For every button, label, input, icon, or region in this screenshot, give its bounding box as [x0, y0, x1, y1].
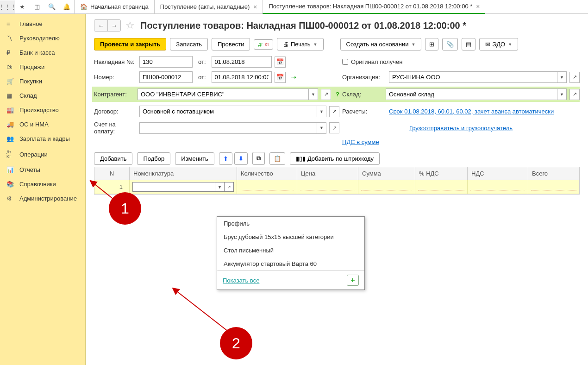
- nomer-input[interactable]: [139, 71, 193, 83]
- bell-icon[interactable]: 🔔: [59, 0, 74, 13]
- sidebar-item-assets[interactable]: 🚚ОС и НМА: [0, 117, 85, 132]
- cell-ndsp[interactable]: [415, 180, 468, 194]
- dogovor-combo[interactable]: ▼: [139, 106, 326, 117]
- tab-home[interactable]: 🏠 Начальная страница: [74, 0, 154, 14]
- kontr-open-button[interactable]: ↗: [321, 89, 331, 100]
- copy-button[interactable]: ⧉: [252, 152, 265, 165]
- sidebar-item-warehouse[interactable]: ▦Склад: [0, 88, 85, 103]
- close-icon[interactable]: ×: [476, 3, 480, 10]
- sidebar-item-production[interactable]: 🏭Производство: [0, 103, 85, 117]
- calendar-button[interactable]: 📅: [275, 57, 286, 68]
- cell-total[interactable]: [528, 180, 579, 194]
- sklad-input[interactable]: [386, 89, 557, 100]
- tab-doc[interactable]: Поступление товаров: Накладная ПШ00-0000…: [263, 0, 485, 14]
- print-button[interactable]: 🖨Печать▼: [277, 38, 324, 50]
- barcode-button[interactable]: ▮▯▮ Добавить по штрихкоду: [290, 152, 380, 165]
- schet-input[interactable]: [140, 123, 317, 133]
- org-input[interactable]: [389, 72, 557, 82]
- favorite-icon[interactable]: ☆: [125, 19, 135, 31]
- original-checkbox[interactable]: [342, 59, 348, 65]
- help-icon[interactable]: ?: [336, 91, 339, 98]
- schet-dropdown-button[interactable]: ▼: [317, 123, 326, 133]
- nakl-no-input[interactable]: [139, 56, 193, 68]
- col-sum-header[interactable]: Сумма: [358, 167, 415, 180]
- dogovor-open-button[interactable]: ↗: [329, 106, 339, 117]
- col-nds-header[interactable]: НДС: [468, 167, 528, 180]
- tab-acts[interactable]: Поступление (акты, накладные) ×: [154, 0, 263, 14]
- show-all-link[interactable]: Показать все: [223, 277, 259, 284]
- close-icon[interactable]: ×: [253, 3, 257, 11]
- gruz-link[interactable]: Грузоотправитель и грузополучатель: [409, 125, 513, 132]
- col-total-header[interactable]: Всего: [528, 167, 579, 180]
- nomer-date-input[interactable]: [212, 71, 272, 83]
- sidebar-item-rukovod[interactable]: 〽Руководителю: [0, 31, 85, 45]
- org-dropdown-button[interactable]: ▼: [557, 72, 566, 82]
- sidebar-item-refs[interactable]: 📚Справочники: [0, 177, 85, 191]
- create-based-button[interactable]: Создать на основании▼: [340, 38, 422, 50]
- sidebar-item-salary[interactable]: 👥Зарплата и кадры: [0, 132, 85, 146]
- calendar2-button[interactable]: 📅: [275, 72, 286, 83]
- sidebar-item-admin[interactable]: ⚙Администрирование: [0, 191, 85, 206]
- star-top-icon[interactable]: ★: [15, 0, 30, 13]
- sidebar-item-main[interactable]: ≡Главное: [0, 17, 85, 31]
- nom-combo[interactable]: ▼ ↗: [132, 182, 234, 192]
- paste-button[interactable]: 📋: [269, 152, 285, 165]
- podbor-button[interactable]: Подбор: [137, 152, 170, 165]
- col-n-header[interactable]: N: [94, 167, 130, 180]
- kontr-combo[interactable]: ▼: [138, 88, 318, 100]
- col-ndsp-header[interactable]: % НДС: [415, 167, 468, 180]
- add-button[interactable]: Добавить: [94, 152, 132, 165]
- dogovor-dropdown-button[interactable]: ▼: [317, 106, 326, 117]
- cell-qty[interactable]: [237, 180, 297, 194]
- org-combo[interactable]: ▼: [389, 71, 567, 83]
- dogovor-input[interactable]: [140, 106, 317, 117]
- original-checkbox-wrap[interactable]: Оригинал получен: [342, 58, 402, 65]
- nakl-date-input[interactable]: [212, 56, 272, 68]
- sidebar-item-operations[interactable]: ДтКтОперации: [0, 146, 85, 163]
- sklad-combo[interactable]: ▼: [386, 88, 567, 100]
- sklad-dropdown-button[interactable]: ▼: [557, 89, 566, 100]
- kontr-dropdown-button[interactable]: ▼: [308, 89, 318, 100]
- apps-icon[interactable]: ⋮⋮⋮: [0, 0, 15, 13]
- struct-button[interactable]: ⊞: [425, 38, 438, 50]
- dashboard-icon[interactable]: ◫: [30, 0, 44, 13]
- attach-button[interactable]: 📎: [442, 38, 458, 50]
- cell-price[interactable]: [297, 180, 358, 194]
- dd-item[interactable]: Стол письменный: [217, 244, 364, 257]
- schet-open-button[interactable]: ↗: [329, 122, 339, 133]
- cell-sum[interactable]: [358, 180, 415, 194]
- nom-open-button[interactable]: ↗: [224, 182, 233, 191]
- sidebar-item-purchases[interactable]: 🛒Покупки: [0, 74, 85, 88]
- dtkt-button[interactable]: ДтКт: [254, 39, 273, 50]
- col-qty-header[interactable]: Количество: [237, 167, 297, 180]
- list-button[interactable]: ▤: [462, 38, 475, 50]
- change-button[interactable]: Изменить: [175, 152, 214, 165]
- search-top-icon[interactable]: 🔍: [44, 0, 59, 13]
- schet-combo[interactable]: ▼: [139, 122, 326, 134]
- col-price-header[interactable]: Цена: [297, 167, 358, 180]
- kontr-input[interactable]: [138, 89, 308, 100]
- edo-button[interactable]: ✉ЭДО▼: [479, 38, 518, 50]
- raschet-link[interactable]: Срок 01.08.2018, 60.01, 60.02, зачет ава…: [389, 108, 554, 115]
- org-open-button[interactable]: ↗: [569, 72, 580, 83]
- zapisat-button[interactable]: Записать: [170, 38, 208, 50]
- nav-forward-button[interactable]: →: [107, 20, 120, 31]
- col-nom-header[interactable]: Номенклатура: [130, 167, 237, 180]
- cell-nds[interactable]: [468, 180, 528, 194]
- nds-link[interactable]: НДС в сумме: [342, 138, 379, 145]
- provesti-close-button[interactable]: Провести и закрыть: [94, 38, 166, 50]
- dd-item[interactable]: Профиль: [217, 217, 364, 230]
- table-row[interactable]: 1 ▼ ↗: [94, 180, 579, 194]
- move-up-button[interactable]: ⬆: [219, 152, 232, 165]
- nom-dropdown-button[interactable]: ▼: [215, 182, 224, 191]
- nom-input[interactable]: [133, 182, 215, 191]
- move-down-button[interactable]: ⬇: [234, 152, 248, 165]
- dd-item[interactable]: Брус дубовый 15х15 высшей категории: [217, 230, 364, 244]
- sidebar-item-reports[interactable]: 📊Отчеты: [0, 163, 85, 177]
- sklad-open-button[interactable]: ↗: [569, 89, 580, 100]
- sidebar-item-bank[interactable]: ₽Банк и касса: [0, 45, 85, 60]
- sidebar-item-sales[interactable]: 🛍Продажи: [0, 60, 85, 74]
- provesti-button[interactable]: Провести: [212, 38, 250, 50]
- nav-back-button[interactable]: ←: [94, 20, 107, 31]
- dd-item[interactable]: Аккумулятор стартовый Варта 60: [217, 257, 364, 271]
